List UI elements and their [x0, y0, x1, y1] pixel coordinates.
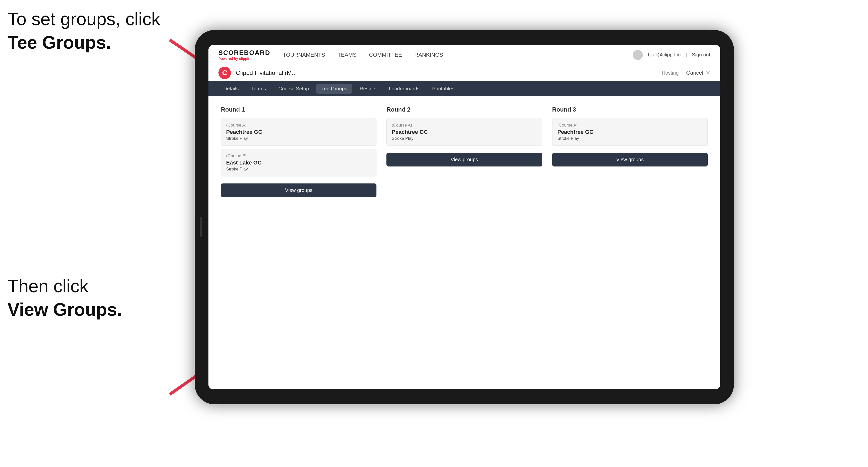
tab-teams[interactable]: Teams: [246, 84, 271, 94]
instruction-bottom: Then click View Groups.: [7, 275, 122, 321]
tab-results[interactable]: Results: [355, 84, 381, 94]
round-1-course-b-label: (Course B): [226, 154, 371, 158]
logo-sub: Powered by clippit: [218, 57, 270, 61]
logo-area: SCOREBOARD Powered by clippit: [218, 49, 270, 61]
instruction-top-line1: To set groups, click: [7, 9, 160, 29]
user-avatar: [633, 50, 643, 60]
instruction-top-bold: Tee Groups.: [7, 32, 111, 53]
tournament-name: Clippd Invitational (M...: [236, 69, 662, 76]
tab-leaderboards[interactable]: Leaderboards: [384, 84, 424, 94]
hosting-badge: Hosting: [662, 70, 679, 76]
round-3-course-a-format: Stroke Play: [557, 136, 703, 141]
tablet-frame: SCOREBOARD Powered by clippit TOURNAMENT…: [195, 30, 734, 404]
tab-course-setup[interactable]: Course Setup: [273, 84, 314, 94]
close-icon[interactable]: ✕: [706, 70, 710, 76]
instruction-bottom-line1: Then click: [7, 276, 88, 296]
round-3-course-a-label: (Course A): [557, 123, 703, 128]
round-2-course-a-label: (Course A): [392, 123, 537, 128]
instruction-top: To set groups, click Tee Groups.: [7, 7, 160, 54]
tab-tee-groups[interactable]: Tee Groups: [316, 84, 352, 94]
user-email: blair@clippd.io: [648, 52, 681, 58]
round-2-course-a-card: (Course A) Peachtree GC Stroke Play: [386, 118, 542, 146]
round-1-course-a-name: Peachtree GC: [226, 129, 371, 135]
round-1-course-b-card: (Course B) East Lake GC Stroke Play: [221, 149, 376, 177]
round-2-course-a-name: Peachtree GC: [392, 129, 537, 135]
tab-details[interactable]: Details: [218, 84, 244, 94]
round-2-column: Round 2 (Course A) Peachtree GC Stroke P…: [386, 106, 542, 197]
tablet-side-button: [200, 217, 202, 237]
round-3-title: Round 3: [552, 106, 708, 113]
round-1-view-groups-button[interactable]: View groups: [221, 183, 376, 197]
nav-rankings[interactable]: RANKINGS: [414, 52, 443, 58]
nav-right: blair@clippd.io | Sign out: [633, 50, 710, 60]
tournament-logo: C: [218, 67, 231, 79]
tournament-bar: C Clippd Invitational (M... Hosting Canc…: [209, 65, 720, 81]
instruction-bottom-bold: View Groups.: [7, 300, 122, 319]
round-1-column: Round 1 (Course A) Peachtree GC Stroke P…: [221, 106, 376, 197]
logo-text: SCOREBOARD: [218, 49, 270, 57]
round-3-view-groups-button[interactable]: View groups: [552, 153, 708, 166]
sub-nav: Details Teams Course Setup Tee Groups Re…: [209, 81, 720, 96]
top-nav: SCOREBOARD Powered by clippit TOURNAMENT…: [209, 45, 720, 65]
cancel-button[interactable]: Cancel: [686, 70, 703, 76]
round-1-course-a-card: (Course A) Peachtree GC Stroke Play: [221, 118, 376, 146]
round-2-view-groups-button[interactable]: View groups: [386, 153, 542, 166]
round-2-title: Round 2: [386, 106, 542, 113]
round-2-course-a-format: Stroke Play: [392, 136, 537, 141]
main-content: Round 1 (Course A) Peachtree GC Stroke P…: [209, 96, 720, 390]
round-3-column: Round 3 (Course A) Peachtree GC Stroke P…: [552, 106, 708, 197]
round-1-course-b-name: East Lake GC: [226, 159, 371, 166]
nav-committee[interactable]: COMMITTEE: [369, 52, 402, 58]
tab-printables[interactable]: Printables: [427, 84, 459, 94]
nav-tournaments[interactable]: TOURNAMENTS: [283, 52, 325, 58]
nav-teams[interactable]: TEAMS: [338, 52, 356, 58]
rounds-container: Round 1 (Course A) Peachtree GC Stroke P…: [221, 106, 708, 197]
round-3-course-a-card: (Course A) Peachtree GC Stroke Play: [552, 118, 708, 146]
round-1-title: Round 1: [221, 106, 376, 113]
round-1-course-a-format: Stroke Play: [226, 136, 371, 141]
nav-links: TOURNAMENTS TEAMS COMMITTEE RANKINGS: [283, 52, 633, 58]
round-1-course-a-label: (Course A): [226, 123, 371, 128]
round-1-course-b-format: Stroke Play: [226, 167, 371, 172]
round-3-course-a-name: Peachtree GC: [557, 129, 703, 135]
sign-out-link[interactable]: Sign out: [692, 52, 710, 58]
tablet-screen: SCOREBOARD Powered by clippit TOURNAMENT…: [209, 45, 720, 390]
